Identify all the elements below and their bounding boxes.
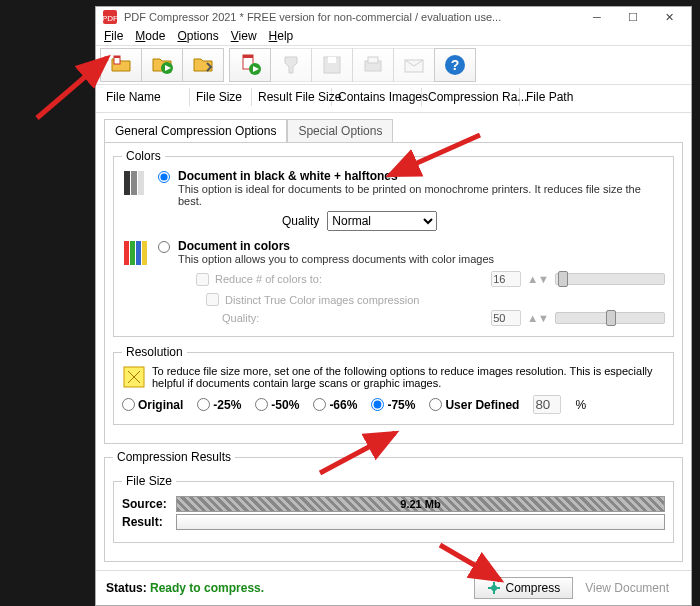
compress-icon [487,581,501,595]
res-user[interactable] [429,398,442,411]
svg-rect-17 [138,171,144,195]
color-quality-row: Quality: ▲▼ [222,310,665,326]
tool-button-5[interactable] [270,48,312,82]
source-value: 9.21 Mb [400,498,440,510]
open-folder-button[interactable] [182,48,224,82]
color-quality-value [491,310,521,326]
res-50[interactable] [255,398,268,411]
svg-rect-3 [114,56,120,58]
menu-help[interactable]: Help [269,29,294,43]
options-panel: General Compression Options Special Opti… [96,113,691,450]
titlebar: PDF PDF Compressor 2021 * FREE version f… [96,7,691,27]
resolution-desc: To reduce file size more, set one of the… [152,365,665,389]
distinct-row: Distinct True Color images compression [206,293,665,306]
open-play-button[interactable] [141,48,183,82]
tab-special[interactable]: Special Options [287,119,393,142]
file-list-header: File Name File Size Result File Size Con… [96,85,691,113]
col-filepath[interactable]: File Path [520,88,687,106]
menu-mode[interactable]: Mode [135,29,165,43]
res-66[interactable] [313,398,326,411]
menu-options[interactable]: Options [177,29,218,43]
save-button[interactable] [311,48,353,82]
color-quality-label: Quality: [222,312,259,324]
col-ratio[interactable]: Compression Ra... [422,88,520,106]
svg-rect-15 [124,171,130,195]
open-file-button[interactable] [100,48,142,82]
minimize-button[interactable]: ─ [579,7,615,27]
col-filename[interactable]: File Name [100,88,190,106]
source-bar: 9.21 Mb [176,496,665,512]
svg-text:PDF: PDF [102,14,118,23]
spinner-icon-2: ▲▼ [527,312,549,324]
bw-quality-label: Quality [282,214,319,228]
statusbar: Status: Ready to compress. Compress View… [96,570,691,605]
toolbar: ? [96,45,691,85]
reduce-colors-check [196,273,209,286]
bw-title: Document in black & white + halftones [178,169,665,183]
res-75[interactable] [371,398,384,411]
resolution-legend: Resolution [122,345,187,359]
resolution-radios: Original -25% -50% -66% -75% User Define… [122,395,665,414]
window-title: PDF Compressor 2021 * FREE version for n… [124,11,579,23]
mail-button[interactable] [393,48,435,82]
resolution-group: Resolution To reduce file size more, set… [113,345,674,425]
res-user-value [533,395,561,414]
result-bar [176,514,665,530]
status-label: Status: [106,581,147,595]
col-contains[interactable]: Contains Images [332,88,422,106]
svg-rect-6 [243,55,253,58]
maximize-button[interactable]: ☐ [615,7,651,27]
menu-file[interactable]: File [104,29,123,43]
res-25[interactable] [197,398,210,411]
tool-button-7[interactable] [352,48,394,82]
radio-bw[interactable] [158,171,170,183]
help-button[interactable]: ? [434,48,476,82]
svg-text:?: ? [451,57,460,73]
reduce-label: Reduce # of colors to: [215,273,322,285]
bw-icon [122,169,150,197]
col-resultsize[interactable]: Result File Size [252,88,332,106]
option-bw[interactable]: Document in black & white + halftones Th… [122,169,665,207]
res-original[interactable] [122,398,135,411]
color-title: Document in colors [178,239,665,253]
close-button[interactable]: ✕ [651,7,687,27]
status-value: Ready to compress. [150,581,264,595]
svg-rect-16 [131,171,137,195]
result-label: Result: [122,515,170,529]
reduce-slider [555,273,665,285]
svg-rect-19 [130,241,135,265]
bw-quality-select[interactable]: Normal [327,211,437,231]
menu-view[interactable]: View [231,29,257,43]
color-icon [122,239,150,267]
results-group: Compression Results File Size Source: 9.… [104,450,683,562]
option-color[interactable]: Document in colors This option allows yo… [122,239,665,267]
colors-legend: Colors [122,149,165,163]
spinner-icon: ▲▼ [527,273,549,285]
play-file-button[interactable] [229,48,271,82]
quality-slider [555,312,665,324]
resolution-icon [122,365,146,389]
source-label: Source: [122,497,170,511]
app-window: PDF PDF Compressor 2021 * FREE version f… [95,6,692,606]
colors-group: Colors Document in black & white + halft… [113,149,674,337]
svg-rect-11 [368,57,378,63]
svg-point-23 [491,585,497,591]
radio-color[interactable] [158,241,170,253]
menubar: File Mode Options View Help [96,27,691,45]
app-icon: PDF [102,9,118,25]
tab-general[interactable]: General Compression Options [104,119,287,142]
distinct-check [206,293,219,306]
svg-rect-21 [142,241,147,265]
results-legend: Compression Results [113,450,235,464]
reduce-colors-row: Reduce # of colors to: ▲▼ [196,271,665,287]
col-filesize[interactable]: File Size [190,88,252,106]
filesize-legend: File Size [122,474,176,488]
view-document-button[interactable]: View Document [573,578,681,598]
color-desc: This option allows you to compress docum… [178,253,665,265]
reduce-value [491,271,521,287]
filesize-group: File Size Source: 9.21 Mb Result: [113,474,674,543]
distinct-label: Distinct True Color images compression [225,294,419,306]
compress-button[interactable]: Compress [474,577,573,599]
res-user-suffix: % [575,398,586,412]
svg-rect-20 [136,241,141,265]
